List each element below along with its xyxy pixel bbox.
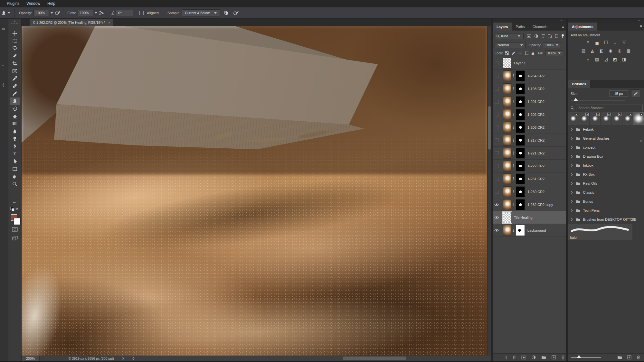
selective-color-icon[interactable]: ◨ — [621, 57, 628, 62]
chevron-right-icon[interactable]: ❯ — [571, 200, 573, 203]
layer-name[interactable]: 1-202.CR2 — [527, 113, 545, 116]
layer-mask-link-icon[interactable] — [512, 138, 515, 142]
layer-name[interactable]: 1-260.CR2 — [527, 190, 545, 194]
type-tool[interactable]: T — [10, 150, 20, 157]
shape-layer-filter-icon[interactable] — [548, 34, 552, 38]
layer-row[interactable]: 1-264.CR2 — [493, 70, 566, 82]
new-adjustment-layer-icon[interactable] — [532, 355, 536, 359]
layer-row[interactable]: 1-262.CR2 copy — [493, 198, 566, 211]
document-tab[interactable]: © 1-262.CR2 @ 200% (Tile Healing, RGB/16… — [30, 19, 113, 26]
brush-item-halo[interactable]: halo — [568, 224, 632, 240]
crop-tool[interactable] — [10, 60, 20, 67]
adjustment-layer-filter-icon[interactable] — [534, 34, 538, 38]
new-group-icon[interactable] — [617, 356, 622, 359]
filter-toggle-icon[interactable] — [561, 34, 564, 38]
brush-preset-soft-round[interactable]: ▲ — [601, 112, 611, 125]
preset-size-slider[interactable] — [571, 357, 601, 358]
layer-row[interactable]: 1-222.CR2 — [493, 160, 566, 172]
layer-mask-thumbnail[interactable] — [516, 187, 525, 197]
angle-field[interactable]: 0° — [116, 10, 133, 16]
visibility-toggle-empty[interactable] — [493, 95, 501, 108]
photo-filter-icon[interactable]: ◉ — [607, 48, 614, 53]
delete-layer-icon[interactable] — [561, 355, 565, 359]
vibrance-icon[interactable]: ▽ — [621, 39, 628, 45]
layer-row[interactable]: 1-260.CR2 — [493, 185, 566, 198]
vertical-scrollbar[interactable] — [487, 26, 491, 356]
path-selection-tool[interactable] — [10, 158, 20, 165]
sample-ignore-adjustments-icon[interactable] — [224, 11, 229, 15]
link-layers-icon[interactable] — [505, 355, 507, 359]
curves-icon[interactable]: ◫ — [603, 39, 610, 45]
brush-folder-row[interactable]: ❯General Brushes — [568, 134, 644, 143]
layer-thumbnail[interactable] — [503, 148, 511, 158]
invert-icon[interactable]: ◖ — [585, 57, 592, 62]
swap-colors-icon[interactable]: ⇄ — [15, 207, 18, 210]
brush-folder-row[interactable]: ❯FX Box — [568, 170, 644, 179]
layer-row[interactable]: 1-217.CR2 — [493, 134, 566, 147]
edit-toolbar-button[interactable]: ••• — [10, 199, 20, 206]
brush-preset-soft-round[interactable]: ▲ — [633, 112, 644, 125]
layer-mask-link-icon[interactable] — [512, 190, 515, 194]
chevron-right-icon[interactable]: ❯ — [571, 173, 573, 176]
layer-thumbnail[interactable] — [503, 71, 511, 81]
layer-row[interactable]: 1-198.CR2 — [493, 82, 566, 95]
brush-folder-row[interactable]: ❯Tech Pens — [568, 206, 644, 215]
chevron-right-icon[interactable]: ❯ — [571, 182, 573, 185]
zoom-level-field[interactable]: 200% — [22, 356, 40, 361]
exposure-icon[interactable]: ± — [612, 39, 619, 45]
clone-stamp-tool[interactable] — [10, 97, 20, 105]
brush-folder-row[interactable]: ❯Drawing Box — [568, 152, 644, 161]
lock-pixels-icon[interactable] — [511, 51, 516, 55]
visibility-toggle-empty[interactable] — [493, 185, 501, 198]
visibility-eye-icon[interactable] — [493, 198, 501, 211]
aligned-checkbox[interactable] — [139, 11, 144, 15]
airbrush-icon[interactable] — [99, 11, 104, 15]
brush-preset-soft-round[interactable]: ▲ — [611, 112, 622, 125]
pen-tool[interactable] — [10, 143, 20, 150]
levels-icon[interactable]: ▄ — [594, 39, 601, 45]
horizontal-scrollbar-thumb[interactable] — [343, 357, 406, 360]
layer-row[interactable]: 1-202.CR2 — [493, 108, 566, 121]
layer-mask-thumbnail[interactable] — [516, 174, 525, 184]
layer-name[interactable]: 1-221.CR2 — [527, 151, 545, 155]
visibility-toggle-empty[interactable] — [493, 57, 501, 70]
layer-thumbnail[interactable] — [503, 200, 511, 210]
chevron-right-icon[interactable]: ❯ — [571, 137, 573, 140]
layer-thumbnail[interactable] — [503, 174, 511, 184]
brush-folder-row[interactable]: ❯Bonus — [568, 197, 644, 206]
blend-mode-dropdown[interactable]: Normal — [495, 42, 526, 48]
layer-row[interactable]: Tile Healing — [493, 211, 566, 224]
layer-row[interactable]: 1-231.CR2 — [493, 172, 566, 185]
layer-mask-link-icon[interactable] — [512, 228, 515, 232]
chevron-right-icon[interactable]: ❯ — [571, 218, 573, 221]
brush-size-slider-thumb[interactable] — [574, 98, 578, 101]
zoom-tool[interactable] — [10, 180, 20, 188]
layer-mask-link-icon[interactable] — [512, 164, 515, 168]
chevron-right-icon[interactable]: ❯ — [571, 128, 573, 131]
layer-mask-link-icon[interactable] — [512, 99, 515, 104]
tab-layers[interactable]: Layers — [493, 23, 512, 31]
brush-folder-row[interactable]: ❯Classic — [568, 188, 644, 197]
layer-mask-thumbnail[interactable] — [516, 200, 525, 210]
layer-row[interactable]: background — [493, 224, 566, 237]
opacity-field[interactable]: 100% — [33, 10, 49, 16]
layer-mask-thumbnail[interactable] — [516, 109, 525, 120]
threshold-icon[interactable]: ◿ — [603, 57, 610, 62]
eraser-tool[interactable] — [10, 112, 20, 120]
panel-menu-icon[interactable]: ≡ — [562, 24, 564, 29]
layer-name[interactable]: 1-206.CR2 — [527, 125, 545, 129]
layer-name[interactable]: 1-217.CR2 — [527, 138, 545, 142]
layer-mask-link-icon[interactable] — [512, 177, 515, 181]
pixel-layer-filter-icon[interactable] — [527, 34, 531, 38]
brush-preset-soft-round[interactable]: ▲ — [568, 112, 579, 125]
quick-mask-mode-button[interactable] — [10, 226, 20, 233]
layer-mask-link-icon[interactable] — [512, 202, 515, 207]
vertical-scrollbar-thumb[interactable] — [488, 106, 491, 150]
visibility-toggle-empty[interactable] — [493, 172, 501, 185]
brush-settings-icon[interactable] — [631, 89, 640, 98]
chevron-right-icon[interactable]: ❯ — [571, 164, 573, 167]
collapse-dock-icon[interactable]: » — [638, 19, 640, 22]
layer-name[interactable]: 1-231.CR2 — [527, 177, 545, 181]
layer-mask-thumbnail[interactable] — [516, 225, 525, 236]
brush-preset-soft-round[interactable]: ▲ — [590, 112, 601, 125]
